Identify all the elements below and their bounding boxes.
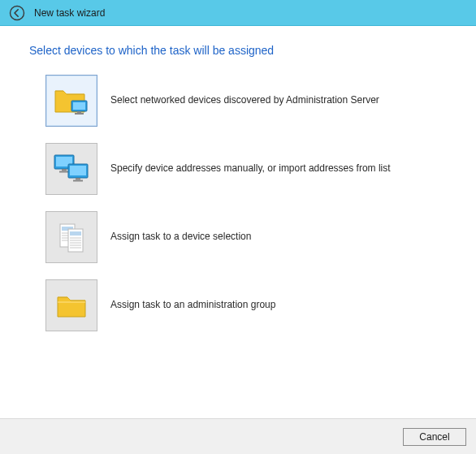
page-heading: Select devices to which the task will be… <box>29 44 450 57</box>
option-admin-group[interactable]: Assign task to an administration group <box>45 279 450 331</box>
svg-rect-10 <box>70 166 86 175</box>
window-title: New task wizard <box>34 7 105 19</box>
back-button[interactable] <box>0 0 34 26</box>
titlebar: New task wizard <box>0 0 476 26</box>
wizard-page: Select devices to which the task will be… <box>0 26 476 418</box>
option-label: Specify device addresses manually, or im… <box>110 162 391 175</box>
folder-icon <box>45 279 97 331</box>
option-label: Assign task to a device selection <box>110 231 251 244</box>
documents-icon <box>45 211 97 263</box>
option-label: Assign task to an administration group <box>110 299 275 312</box>
svg-point-0 <box>11 6 24 19</box>
two-monitors-icon <box>45 143 97 195</box>
option-device-selection[interactable]: Assign task to a device selection <box>45 211 450 263</box>
svg-rect-7 <box>62 169 67 171</box>
cancel-button[interactable]: Cancel <box>403 428 466 446</box>
svg-rect-20 <box>70 231 81 236</box>
svg-rect-11 <box>76 178 80 180</box>
option-networked-devices[interactable]: Select networked devices discovered by A… <box>45 75 450 127</box>
options-list: Select networked devices discovered by A… <box>45 75 450 331</box>
back-arrow-icon <box>9 5 25 21</box>
svg-rect-2 <box>73 102 85 110</box>
svg-rect-12 <box>73 180 83 182</box>
folder-monitor-icon <box>45 75 97 127</box>
svg-rect-3 <box>77 111 81 113</box>
footer-bar: Cancel <box>0 418 476 454</box>
svg-rect-8 <box>59 171 69 173</box>
option-label: Select networked devices discovered by A… <box>110 94 379 107</box>
option-specify-addresses[interactable]: Specify device addresses manually, or im… <box>45 143 450 195</box>
svg-rect-4 <box>75 113 84 115</box>
